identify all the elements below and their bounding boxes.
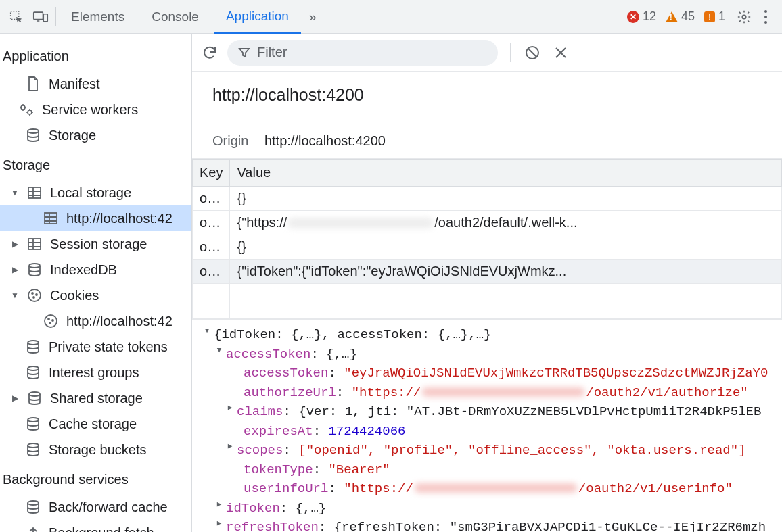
chevron-down-icon: ▼: [11, 188, 19, 197]
json-accesstoken-value[interactable]: accessToken: "eyJraWQiOiJSNldEVUxjWmkzcT…: [192, 364, 782, 383]
json-claims[interactable]: ▶ claims: {ver: 1, jti: "AT.JBt-DRmYoXUZ…: [192, 402, 782, 422]
sidebar-item-storage-overview[interactable]: Storage: [0, 122, 191, 148]
svg-point-25: [28, 418, 39, 422]
grid-icon: [42, 210, 60, 227]
svg-point-20: [52, 320, 53, 321]
sidebar-item-session-storage[interactable]: ▶ Session storage: [0, 231, 191, 257]
svg-point-16: [36, 294, 37, 295]
chevron-right-icon[interactable]: ▶: [212, 499, 226, 510]
sidebar-item-interest-groups[interactable]: Interest groups: [0, 360, 191, 385]
origin-value: http://localhost:4200: [264, 133, 386, 148]
chevron-right-icon[interactable]: ▶: [223, 402, 237, 414]
status-counts: ✕12 45 !1: [627, 9, 732, 24]
sidebar-item-back-forward-cache[interactable]: Back/forward cache: [0, 494, 191, 520]
table-row[interactable]: okta-cache-storage {"https:///oauth2/def…: [193, 211, 782, 235]
section-background: Background services: [0, 462, 191, 494]
close-icon[interactable]: [551, 43, 570, 62]
sidebar-item-service-workers[interactable]: Service workers: [0, 97, 191, 122]
svg-point-24: [29, 392, 40, 396]
json-authorizeurl[interactable]: authorizeUrl: "https:///oauth2/v1/author…: [192, 383, 782, 403]
json-userinfourl[interactable]: userinfoUrl: "https:///oauth2/v1/userinf…: [192, 479, 782, 499]
tab-console[interactable]: Console: [139, 0, 211, 34]
svg-point-3: [742, 15, 746, 19]
error-count[interactable]: ✕12: [627, 9, 656, 24]
svg-rect-1: [34, 12, 43, 19]
tab-application[interactable]: Application: [214, 0, 301, 34]
sidebar-item-cookies-host[interactable]: http://localhost:42: [0, 308, 191, 334]
origin-label: Origin: [212, 133, 248, 148]
upload-icon: [24, 524, 42, 532]
block-icon[interactable]: [523, 43, 542, 62]
section-application: Application: [0, 39, 191, 71]
sidebar-item-cookies[interactable]: ▼ Cookies: [0, 283, 191, 308]
settings-icon[interactable]: [735, 7, 754, 26]
sidebar-item-storage-buckets[interactable]: Storage buckets: [0, 437, 191, 462]
svg-point-15: [32, 293, 33, 294]
svg-point-7: [21, 105, 25, 110]
section-storage: Storage: [0, 148, 191, 180]
chevron-right-icon: ▶: [11, 393, 19, 403]
reload-icon[interactable]: [202, 45, 218, 61]
json-scopes[interactable]: ▶ scopes: ["openid", "profile", "offline…: [192, 441, 782, 460]
chevron-right-icon: ▶: [11, 265, 19, 274]
left-tool-group: [7, 7, 56, 26]
svg-rect-10: [28, 187, 41, 198]
issues-count[interactable]: !1: [704, 9, 725, 24]
svg-point-5: [764, 16, 767, 18]
device-toolbar-icon[interactable]: [31, 7, 50, 26]
database-icon: [26, 261, 43, 279]
sidebar-item-manifest[interactable]: Manifest: [0, 71, 191, 97]
json-viewer: ▼ {idToken: {,…}, accessToken: {,…},…} ▼…: [192, 319, 782, 532]
sidebar-item-local-storage-host[interactable]: http://localhost:42: [0, 205, 191, 231]
grid-icon: [26, 184, 43, 201]
sidebar-item-indexeddb[interactable]: ▶ IndexedDB: [0, 257, 191, 283]
warning-count[interactable]: 45: [666, 9, 695, 24]
chevron-right-icon[interactable]: ▶: [223, 441, 237, 452]
storage-table: Key Value okta-original-uri-storage {} o…: [192, 159, 782, 319]
file-icon: [24, 75, 42, 93]
chevron-right-icon: ▶: [11, 239, 19, 249]
sidebar-item-local-storage[interactable]: ▼ Local storage: [0, 180, 191, 205]
kebab-menu-icon[interactable]: [756, 7, 775, 26]
sidebar-item-private-state-tokens[interactable]: Private state tokens: [0, 334, 191, 360]
storage-toolbar: Filter: [192, 34, 782, 72]
cookie-icon: [42, 312, 60, 330]
col-key[interactable]: Key: [193, 160, 230, 187]
database-icon: [24, 498, 42, 516]
json-accesstoken[interactable]: ▼ accessToken: {,…}: [192, 345, 782, 364]
svg-point-21: [49, 322, 51, 324]
svg-point-27: [28, 501, 39, 505]
sidebar-item-background-fetch[interactable]: Background fetch: [0, 520, 191, 532]
json-tokentype[interactable]: tokenType: "Bearer": [192, 460, 782, 480]
filter-icon: [238, 47, 250, 59]
redacted: [288, 218, 433, 228]
table-row-selected[interactable]: okta-token-storage {"idToken":{"idToken"…: [193, 260, 782, 284]
devtools-tabbar: Elements Console Application » ✕12 45 !1: [0, 0, 782, 34]
database-icon: [24, 364, 42, 381]
table-row[interactable]: okta-original-uri-storage {}: [193, 187, 782, 211]
tab-elements[interactable]: Elements: [59, 0, 137, 34]
error-icon: ✕: [627, 11, 639, 23]
col-value[interactable]: Value: [230, 160, 782, 187]
chevron-right-icon[interactable]: ▶: [212, 518, 226, 529]
application-sidebar: Application Manifest Service workers Sto…: [0, 34, 192, 532]
filter-input[interactable]: Filter: [227, 40, 498, 66]
svg-rect-12: [28, 239, 41, 249]
json-refreshtoken[interactable]: ▶ refreshToken: {refreshToken: "smG3Pira…: [192, 518, 782, 532]
json-root[interactable]: ▼ {idToken: {,…}, accessToken: {,…},…}: [192, 325, 782, 345]
tab-more[interactable]: »: [304, 0, 322, 34]
sidebar-item-shared-storage[interactable]: ▶ Shared storage: [0, 385, 191, 411]
origin-block: http://localhost:4200 Origin http://loca…: [192, 72, 782, 159]
table-row[interactable]: okta-shared-transaction-sto... {}: [193, 235, 782, 260]
table-header: Key Value: [193, 160, 782, 187]
svg-rect-2: [43, 14, 47, 21]
json-expiresat[interactable]: expiresAt: 1724424066: [192, 422, 782, 441]
sidebar-item-cache-storage[interactable]: Cache storage: [0, 411, 191, 437]
svg-point-19: [48, 318, 49, 320]
svg-rect-11: [45, 213, 57, 224]
inspect-element-icon[interactable]: [7, 7, 26, 26]
svg-point-22: [28, 341, 39, 345]
json-idtoken[interactable]: ▶ idToken: {,…}: [192, 499, 782, 518]
chevron-down-icon[interactable]: ▼: [200, 325, 214, 337]
chevron-down-icon[interactable]: ▼: [212, 345, 226, 356]
